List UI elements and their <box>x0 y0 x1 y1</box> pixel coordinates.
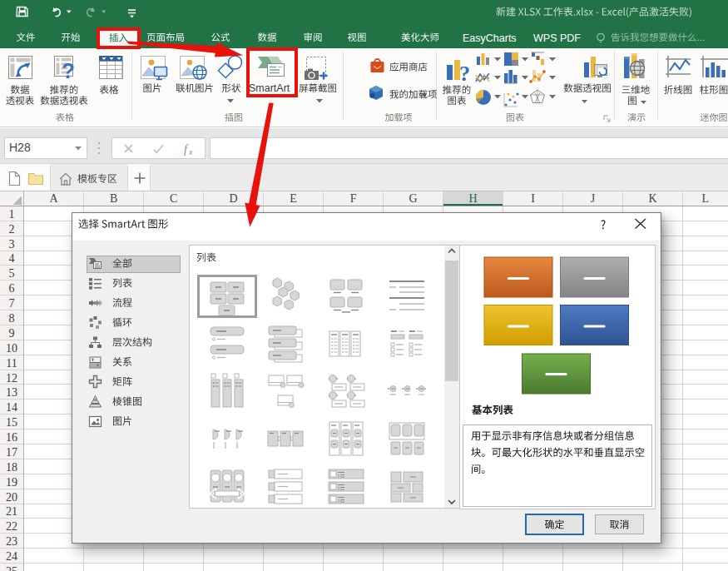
svg-text:8: 8 <box>9 312 15 325</box>
svg-text:x: x <box>188 147 193 156</box>
svg-text:4: 4 <box>9 252 15 265</box>
svg-text:?: ? <box>62 58 75 82</box>
svg-text:25: 25 <box>6 565 17 571</box>
svg-text:13: 13 <box>6 386 17 399</box>
svg-text:I: I <box>531 192 535 205</box>
svg-text:E: E <box>290 192 297 205</box>
svg-text:14: 14 <box>6 401 17 414</box>
svg-text:6: 6 <box>9 282 15 295</box>
svg-text:9: 9 <box>9 327 15 340</box>
svg-text:1: 1 <box>9 208 15 221</box>
svg-text:23: 23 <box>6 535 17 548</box>
svg-text:5: 5 <box>9 267 15 280</box>
svg-text:21: 21 <box>6 505 17 518</box>
svg-text:2: 2 <box>9 223 15 236</box>
svg-text:22: 22 <box>6 520 17 533</box>
svg-text:A: A <box>50 192 59 205</box>
svg-text:F: F <box>350 192 357 205</box>
svg-text:L: L <box>702 192 710 205</box>
svg-text:16: 16 <box>6 431 17 444</box>
svg-text:G: G <box>409 192 418 205</box>
svg-text:12: 12 <box>6 372 17 385</box>
svg-text:15: 15 <box>6 416 17 429</box>
svg-text:20: 20 <box>6 491 17 504</box>
svg-text:24: 24 <box>6 550 17 563</box>
svg-text:19: 19 <box>6 476 17 489</box>
svg-text:18: 18 <box>6 461 17 474</box>
svg-text:D: D <box>230 192 238 205</box>
svg-text:?: ? <box>459 62 470 85</box>
svg-text:J: J <box>591 192 596 205</box>
svg-text:10: 10 <box>6 342 17 355</box>
svg-text:B: B <box>110 192 117 205</box>
svg-text:17: 17 <box>6 446 17 459</box>
svg-text:7: 7 <box>9 297 15 310</box>
svg-text:K: K <box>649 192 657 205</box>
svg-text:3: 3 <box>9 238 15 251</box>
svg-text:C: C <box>170 192 177 205</box>
svg-text:H: H <box>469 192 478 205</box>
svg-text:11: 11 <box>6 357 17 370</box>
